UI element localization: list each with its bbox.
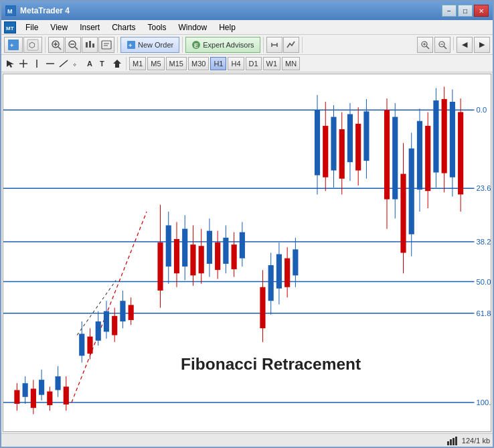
toolbar-main: + ⬡ + New Order (1, 35, 493, 55)
svg-rect-77 (87, 337, 92, 354)
tf-h1[interactable]: H1 (210, 57, 226, 70)
zoom-out-btn[interactable] (65, 37, 81, 53)
svg-rect-73 (64, 386, 69, 404)
svg-rect-121 (315, 110, 320, 175)
menu-help[interactable]: Help (214, 21, 241, 33)
cursor-tool[interactable] (4, 58, 16, 70)
svg-rect-71 (55, 376, 60, 390)
label-tool[interactable]: T (98, 58, 110, 70)
menu-tools[interactable]: Tools (143, 21, 172, 33)
svg-line-29 (426, 46, 429, 49)
properties-btn[interactable] (98, 37, 114, 53)
kb-info: 124/1 kb (462, 437, 490, 445)
trend-line-tool[interactable] (58, 58, 70, 70)
chart-svg: 0.0 23.6 38.2 50.0 61.8 100.0 (3, 74, 491, 431)
chart-main[interactable]: 0.0 23.6 38.2 50.0 61.8 100.0 (3, 74, 491, 431)
zoom-chart-in[interactable] (417, 37, 433, 53)
svg-rect-63 (23, 383, 28, 397)
svg-text:50.0: 50.0 (477, 278, 491, 286)
maximize-button[interactable]: □ (458, 5, 473, 17)
svg-rect-16 (89, 41, 91, 48)
tf-d1[interactable]: D1 (246, 57, 262, 70)
new-order-button[interactable]: + New Order (120, 37, 179, 53)
tf-m30[interactable]: M30 (188, 57, 209, 70)
svg-rect-143 (417, 121, 422, 190)
nav-left-btn[interactable]: ⬡ (23, 37, 42, 53)
tf-m1[interactable]: M1 (129, 57, 146, 70)
svg-line-33 (444, 46, 446, 49)
app-icon: M (5, 5, 16, 16)
indicator-btn[interactable] (283, 37, 299, 53)
svg-text:A: A (87, 60, 92, 68)
toolbar-group-1: + ⬡ (4, 37, 46, 53)
svg-line-9 (58, 47, 61, 50)
svg-rect-131 (355, 124, 361, 171)
fib-tool[interactable]: ⟡ (71, 58, 83, 70)
svg-rect-95 (182, 229, 187, 267)
svg-rect-155 (447, 441, 449, 445)
chart-type-btn[interactable] (82, 37, 98, 53)
svg-rect-69 (47, 392, 52, 406)
svg-text:0.0: 0.0 (477, 106, 487, 114)
svg-rect-133 (363, 111, 369, 161)
menu-view[interactable]: View (45, 21, 73, 33)
minimize-button[interactable]: − (442, 5, 457, 17)
svg-rect-151 (450, 102, 455, 177)
toolbar-group-chart-tools (266, 37, 303, 53)
tf-w1[interactable]: W1 (263, 57, 281, 70)
svg-rect-111 (260, 287, 265, 329)
arrow-tool[interactable] (111, 58, 123, 70)
svg-rect-109 (240, 232, 245, 258)
tf-m15[interactable]: M15 (166, 57, 187, 70)
text-tool[interactable]: A (84, 58, 96, 70)
chart-scroll-btn[interactable] (266, 37, 282, 53)
crosshair-tool[interactable] (17, 58, 29, 70)
svg-rect-65 (31, 388, 36, 408)
horizontal-line-tool[interactable] (44, 58, 56, 70)
svg-rect-141 (409, 149, 414, 234)
svg-rect-85 (120, 301, 125, 321)
svg-rect-139 (400, 174, 406, 253)
svg-rect-119 (293, 249, 298, 275)
scroll-left-btn[interactable]: ◀ (457, 37, 473, 53)
svg-rect-87 (129, 305, 134, 320)
svg-rect-15 (86, 42, 88, 48)
svg-line-13 (75, 47, 78, 50)
svg-rect-137 (392, 117, 398, 200)
menu-file[interactable]: File (20, 21, 44, 33)
scroll-right-btn[interactable]: ▶ (474, 37, 490, 53)
svg-marker-35 (7, 60, 14, 68)
new-order-label: New Order (138, 41, 173, 49)
vertical-line-tool[interactable] (31, 58, 43, 70)
svg-rect-99 (199, 246, 204, 273)
title-bar-left: M MetaTrader 4 (5, 5, 70, 16)
svg-text:Fibonacci Retracement: Fibonacci Retracement (181, 355, 361, 373)
svg-rect-61 (14, 390, 19, 404)
svg-text:E: E (194, 42, 198, 49)
tf-h4[interactable]: H4 (228, 57, 244, 70)
menu-charts[interactable]: Charts (106, 21, 141, 33)
svg-rect-153 (458, 112, 463, 194)
zoom-in-btn[interactable] (48, 37, 64, 53)
menu-insert[interactable]: Insert (74, 21, 105, 33)
app-menu-icon[interactable]: MT (4, 21, 16, 33)
zoom-chart-out[interactable] (434, 37, 450, 53)
svg-rect-127 (339, 129, 345, 179)
svg-rect-157 (452, 438, 455, 445)
menu-window[interactable]: Window (173, 21, 213, 33)
svg-text:T: T (100, 60, 104, 68)
tf-m5[interactable]: M5 (147, 57, 164, 70)
new-chart-btn[interactable]: + (4, 37, 23, 53)
toolbar-right-group: ◀ ▶ (417, 37, 490, 53)
svg-rect-123 (323, 126, 328, 177)
close-button[interactable]: ✕ (474, 5, 489, 17)
tf-mn[interactable]: MN (282, 57, 300, 70)
expert-advisors-button[interactable]: E Expert Advisors (185, 37, 260, 53)
svg-text:61.8: 61.8 (477, 309, 491, 317)
svg-text:23.6: 23.6 (477, 184, 491, 192)
svg-rect-83 (112, 316, 117, 335)
svg-rect-115 (276, 254, 282, 289)
svg-rect-129 (347, 114, 353, 162)
menu-bar: MT File View Insert Charts Tools Window … (1, 20, 493, 35)
chart-container: 0.0 23.6 38.2 50.0 61.8 100.0 (3, 74, 491, 432)
